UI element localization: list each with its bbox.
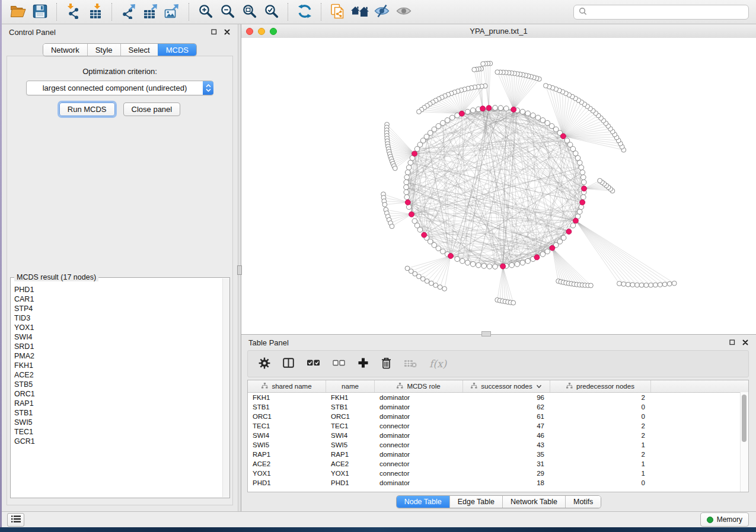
clone-network-button[interactable] bbox=[327, 2, 349, 22]
cell-name[interactable]: FKH1 bbox=[326, 394, 375, 401]
table-row[interactable]: STB1STB1dominator620 bbox=[248, 402, 748, 412]
deselect-all-columns-button[interactable] bbox=[333, 360, 345, 368]
cell-mcds-role[interactable]: connector bbox=[375, 470, 463, 477]
save-session-button[interactable] bbox=[29, 2, 51, 22]
mcds-result-item[interactable]: STP4 bbox=[14, 304, 229, 313]
cell-mcds-role[interactable]: dominator bbox=[375, 403, 463, 411]
mcds-result-item[interactable]: SRD1 bbox=[14, 342, 229, 351]
mcds-result-item[interactable]: PHD1 bbox=[14, 285, 229, 294]
mcds-result-item[interactable]: SWI4 bbox=[14, 332, 229, 342]
cell-shared-name[interactable]: YOX1 bbox=[248, 470, 326, 477]
mcds-result-item[interactable]: PMA2 bbox=[14, 351, 229, 361]
cell-shared-name[interactable]: ORC1 bbox=[248, 413, 326, 420]
result-list-scrollbar[interactable] bbox=[222, 278, 229, 497]
tab-select[interactable]: Select bbox=[120, 44, 158, 56]
network-graph[interactable] bbox=[241, 38, 756, 334]
table-tab-edge-table[interactable]: Edge Table bbox=[449, 496, 502, 508]
cell-successor-nodes[interactable]: 62 bbox=[463, 403, 550, 411]
close-panel-icon[interactable] bbox=[223, 28, 231, 36]
cell-name[interactable]: PHD1 bbox=[326, 479, 375, 486]
export-table-button[interactable] bbox=[139, 2, 161, 22]
mcds-result-item[interactable]: STB5 bbox=[14, 380, 229, 389]
import-network-file-button[interactable] bbox=[62, 2, 84, 22]
mcds-result-item[interactable]: FKH1 bbox=[14, 361, 229, 370]
column-header-predecessor-nodes[interactable]: predecessor nodes bbox=[550, 380, 651, 392]
cell-predecessor-nodes[interactable]: 2 bbox=[550, 432, 651, 439]
column-header-shared-name[interactable]: shared name bbox=[248, 380, 326, 392]
cell-name[interactable]: STB1 bbox=[326, 403, 375, 411]
cell-shared-name[interactable]: STB1 bbox=[248, 403, 326, 411]
cell-successor-nodes[interactable]: 31 bbox=[463, 460, 550, 467]
cell-successor-nodes[interactable]: 43 bbox=[463, 441, 550, 448]
cell-mcds-role[interactable]: connector bbox=[375, 460, 463, 467]
table-scrollbar[interactable] bbox=[740, 392, 748, 492]
open-file-button[interactable] bbox=[7, 2, 29, 22]
network-canvas[interactable] bbox=[241, 38, 756, 334]
column-header-mcds-role[interactable]: MCDS role bbox=[375, 380, 463, 392]
cell-shared-name[interactable]: SWI4 bbox=[248, 432, 326, 439]
float-table-panel-icon[interactable] bbox=[728, 339, 736, 347]
mcds-result-item[interactable]: SWI5 bbox=[14, 418, 229, 427]
cell-successor-nodes[interactable]: 96 bbox=[463, 394, 550, 401]
table-row[interactable]: ORC1ORC1dominator610 bbox=[248, 412, 748, 421]
mcds-result-item[interactable]: RAP1 bbox=[14, 399, 229, 408]
mcds-result-item[interactable]: TID3 bbox=[14, 313, 229, 323]
zoom-in-button[interactable] bbox=[194, 2, 216, 22]
table-row[interactable]: ACE2ACE2connector311 bbox=[248, 459, 748, 469]
table-row[interactable]: SWI4SWI4dominator462 bbox=[248, 431, 748, 440]
cell-shared-name[interactable]: TEC1 bbox=[248, 422, 326, 430]
cell-predecessor-nodes[interactable]: 1 bbox=[550, 460, 651, 467]
cell-mcds-role[interactable]: dominator bbox=[375, 432, 463, 439]
export-network-button[interactable] bbox=[117, 2, 139, 22]
cell-shared-name[interactable]: RAP1 bbox=[248, 451, 326, 458]
table-tab-network-table[interactable]: Network Table bbox=[502, 496, 565, 508]
table-row[interactable]: RAP1RAP1dominator352 bbox=[248, 450, 748, 459]
column-header-successor-nodes[interactable]: successor nodes bbox=[463, 380, 550, 392]
cell-predecessor-nodes[interactable]: 1 bbox=[550, 441, 651, 448]
network-window-titlebar[interactable]: YPA_prune.txt_1 bbox=[241, 24, 756, 39]
cell-successor-nodes[interactable]: 29 bbox=[463, 470, 550, 477]
cell-shared-name[interactable]: FKH1 bbox=[248, 394, 326, 401]
zoom-out-button[interactable] bbox=[216, 2, 238, 22]
zoom-selected-button[interactable] bbox=[260, 2, 282, 22]
node-table[interactable]: shared namenameMCDS rolesuccessor nodesp… bbox=[247, 380, 749, 492]
mcds-result-item[interactable]: TEC1 bbox=[14, 427, 229, 437]
task-history-button[interactable] bbox=[7, 513, 24, 527]
cell-mcds-role[interactable]: dominator bbox=[375, 394, 463, 401]
cell-name[interactable]: RAP1 bbox=[326, 451, 375, 458]
cell-shared-name[interactable]: ACE2 bbox=[248, 460, 326, 467]
tab-style[interactable]: Style bbox=[87, 44, 120, 56]
import-table-file-button[interactable] bbox=[84, 2, 106, 22]
tab-network[interactable]: Network bbox=[43, 44, 87, 56]
split-columns-button[interactable] bbox=[283, 358, 294, 370]
cell-predecessor-nodes[interactable]: 0 bbox=[550, 479, 651, 486]
mcds-result-list[interactable]: PHD1CAR1STP4TID3YOX1SWI4SRD1PMA2FKH1ACE2… bbox=[11, 278, 229, 446]
cell-successor-nodes[interactable]: 47 bbox=[463, 422, 550, 430]
show-panel-button[interactable] bbox=[393, 2, 414, 22]
cell-shared-name[interactable]: PHD1 bbox=[248, 479, 326, 486]
cell-name[interactable]: TEC1 bbox=[326, 422, 375, 430]
close-table-panel-icon[interactable] bbox=[741, 339, 749, 347]
cell-successor-nodes[interactable]: 46 bbox=[463, 432, 550, 439]
cell-name[interactable]: ACE2 bbox=[326, 460, 375, 467]
cell-successor-nodes[interactable]: 35 bbox=[463, 451, 550, 458]
cell-predecessor-nodes[interactable]: 0 bbox=[550, 413, 651, 420]
cell-mcds-role[interactable]: dominator bbox=[375, 479, 463, 486]
cell-name[interactable]: ORC1 bbox=[326, 413, 375, 420]
minimize-window-icon[interactable] bbox=[258, 28, 265, 35]
cell-mcds-role[interactable]: dominator bbox=[375, 451, 463, 458]
cell-predecessor-nodes[interactable]: 0 bbox=[550, 403, 651, 411]
cell-mcds-role[interactable]: connector bbox=[375, 441, 463, 448]
cell-name[interactable]: SWI5 bbox=[326, 441, 375, 448]
mcds-result-item[interactable]: CAR1 bbox=[14, 294, 229, 304]
mcds-result-item[interactable]: YOX1 bbox=[14, 323, 229, 332]
cell-successor-nodes[interactable]: 18 bbox=[463, 479, 550, 486]
select-all-columns-button[interactable] bbox=[307, 359, 320, 368]
export-image-button[interactable] bbox=[161, 2, 183, 22]
close-panel-button[interactable]: Close panel bbox=[123, 102, 181, 116]
column-settings-gear-button[interactable] bbox=[259, 357, 270, 371]
memory-button[interactable]: Memory bbox=[700, 512, 749, 527]
cell-shared-name[interactable]: SWI5 bbox=[248, 441, 326, 448]
optimization-criterion-dropdown[interactable]: largest connected component (undirected) bbox=[26, 81, 213, 95]
run-mcds-button[interactable]: Run MCDS bbox=[59, 102, 115, 116]
